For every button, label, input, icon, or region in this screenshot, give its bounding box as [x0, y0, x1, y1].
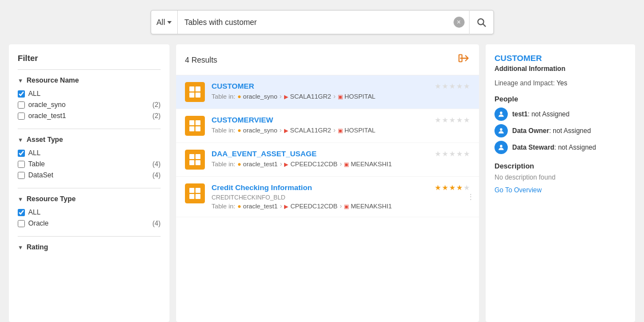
table-icon: [189, 188, 200, 199]
divider-2: [18, 188, 161, 188]
filter-asset-type-dataset-checkbox[interactable]: [18, 172, 25, 179]
detail-title: CUSTOMER: [494, 53, 626, 63]
result-name-customerview: CUSTOMERVIEW: [212, 116, 435, 124]
resource-type-arrow: ▼: [18, 196, 23, 202]
filter-resource-name-all-checkbox[interactable]: [18, 90, 25, 98]
person-icon: [497, 127, 505, 135]
filter-section-rating-header[interactable]: ▼ Rating: [18, 243, 161, 251]
result-content-customer: CUSTOMER Table in: ● oracle_syno › ▶ SCA…: [212, 82, 435, 100]
rating-arrow: ▼: [18, 244, 23, 251]
go-to-overview-link[interactable]: Go To Overview: [494, 186, 542, 194]
person-row-test1: test1: not Assigned: [494, 108, 626, 121]
result-stars-customer[interactable]: ★ ★ ★ ★ ★: [435, 82, 470, 90]
divider-3: [18, 236, 161, 237]
resource-name-arrow: ▼: [18, 78, 23, 84]
filter-resource-type-all-checkbox[interactable]: [18, 209, 25, 216]
filter-asset-type-all-checkbox[interactable]: [18, 150, 25, 157]
svg-point-4: [500, 128, 503, 131]
result-stars-customerview[interactable]: ★ ★ ★ ★ ★: [435, 116, 470, 124]
person-icon: [497, 144, 505, 151]
top-bar: All ×: [0, 0, 644, 44]
result-name-daa-event: DAA_EVENT_ASSET_USAGE: [212, 150, 435, 158]
result-item-customerview[interactable]: CUSTOMERVIEW Table in: ● oracle_syno › ▶…: [176, 109, 479, 143]
path-oracle-icon: ●: [238, 161, 241, 167]
export-button[interactable]: [458, 52, 470, 67]
lineage-label: Lineage and Impact:: [494, 79, 555, 87]
table-icon: [189, 86, 200, 98]
svg-point-5: [500, 145, 503, 147]
filter-asset-type-table-checkbox[interactable]: [18, 161, 25, 168]
result-name-customer: CUSTOMER: [212, 82, 435, 90]
filter-asset-type-all[interactable]: ALL: [18, 149, 161, 157]
description-text: No description found: [494, 173, 626, 181]
detail-lineage-section: Lineage and Impact: Yes: [494, 79, 626, 87]
filter-chevron-icon: [167, 21, 172, 24]
drag-handle: ⋮: [467, 192, 475, 201]
filter-asset-type-dataset[interactable]: DataSet (4): [18, 171, 161, 179]
path-oracle-icon: ●: [238, 93, 241, 100]
filter-panel: Filter ▼ Resource Name ALL oracle_syno (…: [9, 44, 169, 322]
export-icon: [458, 52, 470, 64]
filter-section-asset-type-header[interactable]: ▼ Asset Type: [18, 136, 161, 144]
result-name-credit-checking: Credit Checking Information: [212, 183, 435, 192]
svg-line-1: [483, 24, 485, 26]
search-icon: [476, 17, 486, 27]
result-path-customer: Table in: ● oracle_syno › ▶ SCALA11GR2 ›…: [212, 93, 435, 100]
main-content: Filter ▼ Resource Name ALL oracle_syno (…: [0, 44, 644, 322]
search-bar: All ×: [151, 10, 494, 34]
result-stars-daa-event[interactable]: ★ ★ ★ ★ ★: [435, 150, 470, 158]
resource-name-label: Resource Name: [27, 76, 79, 84]
result-icon-credit-checking: [185, 183, 205, 203]
result-path-daa-event: Table in: ● oracle_test1 › ▶ CPEEDC12CDB…: [212, 160, 435, 168]
result-item-customer[interactable]: CUSTOMER Table in: ● oracle_syno › ▶ SCA…: [176, 75, 479, 109]
filter-resource-type-oracle[interactable]: Oracle (4): [18, 219, 161, 227]
path-hospital-icon: ▣: [338, 94, 343, 100]
filter-resource-name-oracle-test1[interactable]: oracle_test1 (2): [18, 112, 161, 120]
filter-section-resource-type-header[interactable]: ▼ Resource Type: [18, 195, 161, 203]
rating-label: Rating: [27, 243, 48, 251]
search-clear-button[interactable]: ×: [454, 17, 465, 28]
person-text-test1: test1: not Assigned: [512, 110, 569, 118]
search-input[interactable]: [178, 18, 453, 27]
path-meenakshi-icon: ▣: [344, 161, 349, 167]
result-path-customerview: Table in: ● oracle_syno › ▶ SCALA11GR2 ›…: [212, 126, 435, 134]
svg-point-3: [500, 111, 503, 114]
results-count: 4 Results: [185, 55, 217, 64]
result-stars-credit-checking[interactable]: ★ ★ ★ ★ ★: [435, 183, 470, 192]
person-avatar-data-steward: [494, 141, 508, 154]
table-icon: [189, 154, 200, 165]
result-item-daa-event[interactable]: DAA_EVENT_ASSET_USAGE Table in: ● oracle…: [176, 143, 479, 177]
path-oracle-icon: ●: [238, 127, 241, 134]
asset-type-arrow: ▼: [18, 137, 23, 143]
filter-resource-type-oracle-checkbox[interactable]: [18, 220, 25, 227]
person-text-data-owner: Data Owner: not Assigned: [512, 127, 591, 135]
people-section: People test1: not Assigned: [494, 95, 626, 154]
search-submit-button[interactable]: [469, 10, 493, 34]
filter-label: All: [157, 18, 166, 27]
detail-lineage-row: Lineage and Impact: Yes: [494, 79, 626, 87]
person-avatar-data-owner: [494, 124, 508, 137]
filter-resource-name-oracle-syno[interactable]: oracle_syno (2): [18, 101, 161, 109]
filter-resource-name-oracle-test1-checkbox[interactable]: [18, 113, 25, 120]
filter-asset-type-table[interactable]: Table (4): [18, 160, 161, 168]
path-cpeedc-icon: ▶: [284, 161, 288, 167]
person-row-data-owner: Data Owner: not Assigned: [494, 124, 626, 137]
filter-section-resource-name-header[interactable]: ▼ Resource Name: [18, 76, 161, 84]
results-panel: 4 Results CUSTOMER Table in:: [176, 44, 479, 322]
person-icon: [497, 110, 505, 118]
filter-resource-type-all[interactable]: ALL: [18, 208, 161, 216]
divider-1: [18, 129, 161, 129]
path-meenakshi-icon: ▣: [344, 203, 349, 209]
person-avatar-test1: [494, 108, 508, 121]
result-icon-customer: [185, 82, 205, 102]
path-scala-icon: ▶: [284, 127, 288, 134]
filter-resource-name-all[interactable]: ALL: [18, 90, 161, 98]
result-item-credit-checking[interactable]: Credit Checking Information CREDITCHECKI…: [176, 177, 479, 217]
search-filter-dropdown[interactable]: All: [151, 11, 178, 34]
filter-resource-name-oracle-syno-checkbox[interactable]: [18, 101, 25, 109]
description-section: Description No description found Go To O…: [494, 162, 626, 194]
detail-panel: CUSTOMER Additional Information Lineage …: [486, 44, 635, 322]
results-header: 4 Results: [176, 44, 479, 75]
filter-section-resource-type: ▼ Resource Type ALL Oracle (4): [18, 195, 161, 227]
result-content-daa-event: DAA_EVENT_ASSET_USAGE Table in: ● oracle…: [212, 150, 435, 168]
